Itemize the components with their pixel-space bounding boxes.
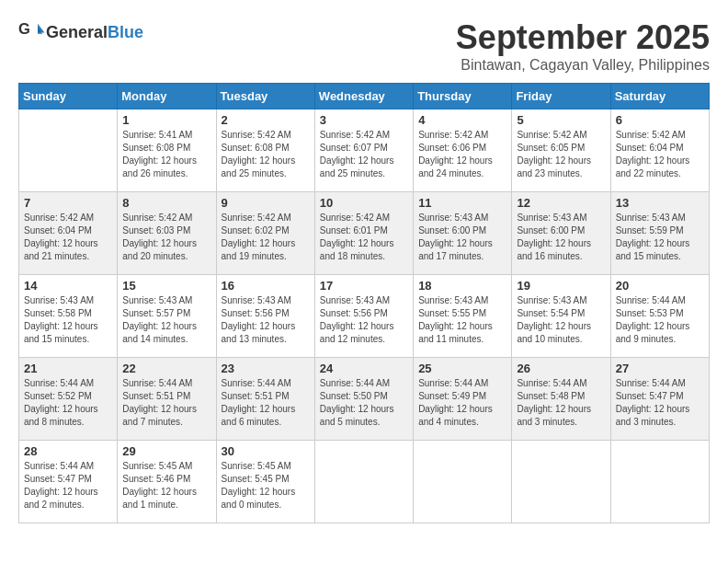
day-info: Sunrise: 5:42 AM Sunset: 6:04 PM Dayligh… — [616, 129, 704, 180]
day-of-week-sunday: Sunday — [19, 84, 118, 109]
day-info: Sunrise: 5:44 AM Sunset: 5:48 PM Dayligh… — [517, 377, 605, 429]
day-info: Sunrise: 5:44 AM Sunset: 5:53 PM Dayligh… — [616, 294, 704, 346]
calendar-cell: 21Sunrise: 5:44 AM Sunset: 5:52 PM Dayli… — [19, 358, 118, 441]
day-of-week-tuesday: Tuesday — [216, 84, 314, 109]
calendar-cell: 27Sunrise: 5:44 AM Sunset: 5:47 PM Dayli… — [610, 358, 709, 441]
day-number: 24 — [320, 362, 408, 375]
logo-general: General — [46, 23, 108, 41]
calendar-cell: 7Sunrise: 5:42 AM Sunset: 6:04 PM Daylig… — [19, 192, 118, 275]
calendar-cell: 12Sunrise: 5:43 AM Sunset: 6:00 PM Dayli… — [512, 192, 610, 275]
calendar-cell: 13Sunrise: 5:43 AM Sunset: 5:59 PM Dayli… — [610, 192, 709, 275]
calendar-cell: 17Sunrise: 5:43 AM Sunset: 5:56 PM Dayli… — [314, 275, 413, 358]
day-info: Sunrise: 5:42 AM Sunset: 6:08 PM Dayligh… — [222, 129, 310, 180]
day-info: Sunrise: 5:43 AM Sunset: 5:54 PM Dayligh… — [517, 294, 605, 346]
calendar-cell — [512, 441, 610, 523]
calendar-cell: 6Sunrise: 5:42 AM Sunset: 6:04 PM Daylig… — [610, 109, 709, 192]
logo-blue: Blue — [108, 23, 143, 41]
day-of-week-wednesday: Wednesday — [314, 84, 413, 109]
calendar-cell: 14Sunrise: 5:43 AM Sunset: 5:58 PM Dayli… — [19, 275, 118, 358]
day-number: 28 — [24, 444, 112, 458]
calendar-cell: 8Sunrise: 5:42 AM Sunset: 6:03 PM Daylig… — [118, 192, 216, 275]
day-info: Sunrise: 5:43 AM Sunset: 5:58 PM Dayligh… — [24, 294, 112, 346]
day-number: 4 — [418, 113, 506, 127]
day-info: Sunrise: 5:42 AM Sunset: 6:07 PM Dayligh… — [320, 129, 408, 180]
day-number: 3 — [320, 113, 408, 127]
day-info: Sunrise: 5:42 AM Sunset: 6:06 PM Dayligh… — [418, 129, 506, 180]
day-info: Sunrise: 5:43 AM Sunset: 5:56 PM Dayligh… — [222, 294, 310, 346]
day-number: 25 — [418, 362, 506, 375]
calendar-cell: 16Sunrise: 5:43 AM Sunset: 5:56 PM Dayli… — [216, 275, 314, 358]
calendar-week-4: 21Sunrise: 5:44 AM Sunset: 5:52 PM Dayli… — [19, 358, 710, 441]
calendar-week-2: 7Sunrise: 5:42 AM Sunset: 6:04 PM Daylig… — [19, 192, 710, 275]
day-number: 10 — [320, 196, 408, 210]
day-number: 9 — [222, 196, 310, 210]
day-of-week-thursday: Thursday — [414, 84, 512, 109]
day-info: Sunrise: 5:43 AM Sunset: 5:56 PM Dayligh… — [320, 294, 408, 346]
day-number: 19 — [517, 279, 605, 293]
month-title: September 2025 — [456, 18, 710, 57]
calendar-table: SundayMondayTuesdayWednesdayThursdayFrid… — [18, 83, 710, 523]
day-info: Sunrise: 5:42 AM Sunset: 6:02 PM Dayligh… — [222, 212, 310, 263]
calendar-cell: 30Sunrise: 5:45 AM Sunset: 5:45 PM Dayli… — [216, 441, 314, 523]
logo: G GeneralBlue — [18, 18, 143, 46]
day-number: 29 — [122, 444, 210, 458]
day-info: Sunrise: 5:43 AM Sunset: 6:00 PM Dayligh… — [418, 212, 506, 263]
day-of-week-saturday: Saturday — [610, 84, 709, 109]
calendar-week-3: 14Sunrise: 5:43 AM Sunset: 5:58 PM Dayli… — [19, 275, 710, 358]
day-of-week-monday: Monday — [118, 84, 216, 109]
calendar-cell — [414, 441, 512, 523]
day-number: 13 — [616, 196, 704, 210]
calendar-cell: 29Sunrise: 5:45 AM Sunset: 5:46 PM Dayli… — [118, 441, 216, 523]
day-info: Sunrise: 5:44 AM Sunset: 5:51 PM Dayligh… — [222, 377, 310, 429]
calendar-cell — [19, 109, 118, 192]
day-number: 20 — [616, 279, 704, 293]
calendar-cell — [610, 441, 709, 523]
day-number: 18 — [418, 279, 506, 293]
day-number: 14 — [24, 279, 112, 293]
calendar-cell: 5Sunrise: 5:42 AM Sunset: 6:05 PM Daylig… — [512, 109, 610, 192]
day-info: Sunrise: 5:43 AM Sunset: 5:59 PM Dayligh… — [616, 212, 704, 263]
day-info: Sunrise: 5:44 AM Sunset: 5:51 PM Dayligh… — [122, 377, 210, 429]
calendar-cell: 22Sunrise: 5:44 AM Sunset: 5:51 PM Dayli… — [118, 358, 216, 441]
day-number: 16 — [222, 279, 310, 293]
day-number: 2 — [222, 113, 310, 127]
calendar-cell: 18Sunrise: 5:43 AM Sunset: 5:55 PM Dayli… — [414, 275, 512, 358]
day-number: 5 — [517, 113, 605, 127]
calendar-cell: 9Sunrise: 5:42 AM Sunset: 6:02 PM Daylig… — [216, 192, 314, 275]
day-info: Sunrise: 5:44 AM Sunset: 5:47 PM Dayligh… — [24, 460, 112, 511]
day-number: 1 — [122, 113, 210, 127]
day-number: 23 — [222, 362, 310, 375]
day-number: 26 — [517, 362, 605, 375]
calendar-cell: 2Sunrise: 5:42 AM Sunset: 6:08 PM Daylig… — [216, 109, 314, 192]
day-number: 21 — [24, 362, 112, 375]
day-info: Sunrise: 5:42 AM Sunset: 6:05 PM Dayligh… — [517, 129, 605, 180]
location-title: Bintawan, Cagayan Valley, Philippines — [456, 57, 710, 74]
day-number: 17 — [320, 279, 408, 293]
calendar-cell: 1Sunrise: 5:41 AM Sunset: 6:08 PM Daylig… — [118, 109, 216, 192]
day-info: Sunrise: 5:44 AM Sunset: 5:52 PM Dayligh… — [24, 377, 112, 429]
calendar-cell: 3Sunrise: 5:42 AM Sunset: 6:07 PM Daylig… — [314, 109, 413, 192]
calendar-cell: 28Sunrise: 5:44 AM Sunset: 5:47 PM Dayli… — [19, 441, 118, 523]
day-info: Sunrise: 5:42 AM Sunset: 6:01 PM Dayligh… — [320, 212, 408, 263]
day-info: Sunrise: 5:42 AM Sunset: 6:04 PM Dayligh… — [24, 212, 112, 263]
calendar-cell: 11Sunrise: 5:43 AM Sunset: 6:00 PM Dayli… — [414, 192, 512, 275]
calendar-cell: 24Sunrise: 5:44 AM Sunset: 5:50 PM Dayli… — [314, 358, 413, 441]
day-number: 12 — [517, 196, 605, 210]
day-info: Sunrise: 5:45 AM Sunset: 5:46 PM Dayligh… — [122, 460, 210, 511]
calendar-cell — [314, 441, 413, 523]
day-number: 7 — [24, 196, 112, 210]
calendar-cell: 4Sunrise: 5:42 AM Sunset: 6:06 PM Daylig… — [414, 109, 512, 192]
day-of-week-friday: Friday — [512, 84, 610, 109]
day-number: 15 — [122, 279, 210, 293]
day-info: Sunrise: 5:43 AM Sunset: 6:00 PM Dayligh… — [517, 212, 605, 263]
day-info: Sunrise: 5:43 AM Sunset: 5:57 PM Dayligh… — [122, 294, 210, 346]
day-number: 8 — [122, 196, 210, 210]
day-info: Sunrise: 5:44 AM Sunset: 5:50 PM Dayligh… — [320, 377, 408, 429]
day-number: 27 — [616, 362, 704, 375]
day-number: 11 — [418, 196, 506, 210]
day-number: 30 — [222, 444, 310, 458]
calendar-week-1: 1Sunrise: 5:41 AM Sunset: 6:08 PM Daylig… — [19, 109, 710, 192]
calendar-header-row: SundayMondayTuesdayWednesdayThursdayFrid… — [19, 84, 710, 109]
day-info: Sunrise: 5:45 AM Sunset: 5:45 PM Dayligh… — [222, 460, 310, 511]
calendar-cell: 20Sunrise: 5:44 AM Sunset: 5:53 PM Dayli… — [610, 275, 709, 358]
